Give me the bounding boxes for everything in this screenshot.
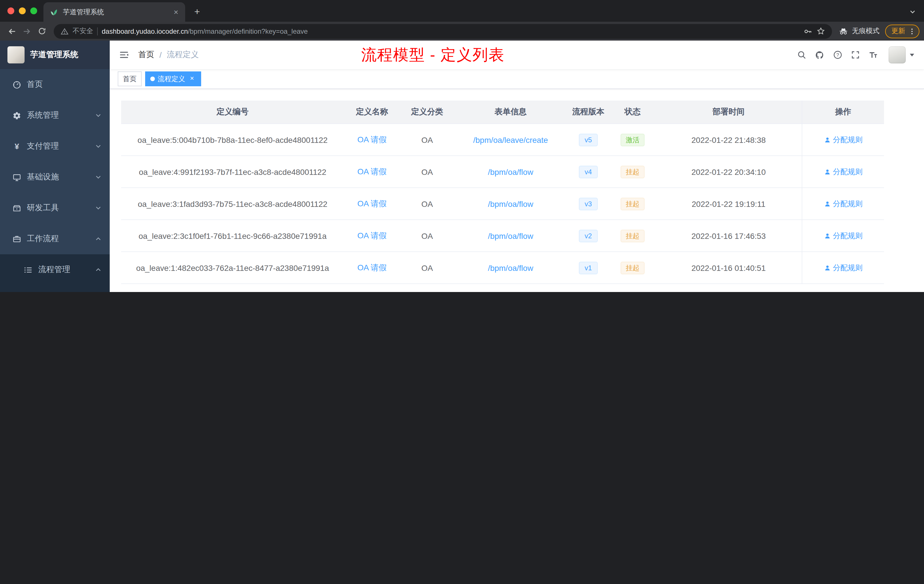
form-link[interactable]: /bpm/oa/flow [488,167,533,176]
tag-process-definition[interactable]: 流程定义 × [145,71,201,86]
address-bar[interactable]: 不安全 dashboard.yudao.iocoder.cn/bpm/manag… [54,24,832,39]
person-icon [824,264,831,271]
sidebar-item-label: 首页 [27,79,43,90]
sidebar-item-workflow[interactable]: 工作流程 [0,223,110,254]
bookmark-star-icon[interactable] [817,27,825,35]
col-deploy-time: 部署时间 [655,101,802,124]
cell-category: OA [400,188,454,219]
breadcrumb-separator: / [159,50,162,59]
assign-rule-link[interactable]: 分配规则 [824,167,863,177]
incognito-badge: 无痕模式 [837,26,885,36]
avatar[interactable] [889,46,906,63]
tag-home[interactable]: 首页 [118,71,142,86]
cell-definition-id: oa_leave:2:3c1f0ef1-76b1-11ec-9c66-a2380… [121,220,344,251]
menu-dots-icon[interactable] [908,27,916,35]
sidebar-item-home[interactable]: 首页 [0,69,110,100]
person-icon [824,232,831,239]
sidebar-item-dev-tools[interactable]: 研发工具 [0,193,110,223]
font-size-icon[interactable] [869,50,878,59]
dashboard-icon [13,80,21,89]
action-label: 分配规则 [833,167,863,177]
cell-deploy-time: 2022-01-16 17:46:53 [655,220,802,251]
form-link[interactable]: /bpm/oa/flow [488,199,533,208]
table-row: oa_leave:3:1fad3d93-7b75-11ec-a3c8-acde4… [121,188,884,220]
logo-title: 芋道管理系统 [30,50,78,60]
help-icon[interactable]: ? [833,50,842,59]
minimize-window-button[interactable] [19,7,26,14]
cell-definition-id: oa_leave:5:004b710b-7b8a-11ec-8ef0-acde4… [121,124,344,155]
status-badge: 挂起 [620,261,645,274]
browser-tab[interactable]: 芋道管理系统 × [43,2,185,22]
definition-table: 定义编号 定义名称 定义分类 表单信息 流程版本 状态 部署时间 操作 oa_l… [121,101,884,284]
assign-rule-link[interactable]: 分配规则 [824,231,863,241]
definition-name-link[interactable]: OA 请假 [357,167,387,177]
tab-favicon [49,7,58,16]
cell-category: OA [400,252,454,284]
search-icon[interactable] [797,50,806,59]
assign-rule-link[interactable]: 分配规则 [824,199,863,209]
sidebar-item-label: 流程管理 [38,265,70,275]
definition-name-link[interactable]: OA 请假 [357,262,387,273]
tag-close-icon[interactable]: × [188,75,196,83]
assign-rule-link[interactable]: 分配规则 [824,135,863,145]
person-icon [824,168,831,175]
update-label: 更新 [891,26,905,36]
reload-button[interactable] [34,24,49,39]
action-label: 分配规则 [833,262,863,273]
svg-text:?: ? [836,52,839,58]
status-badge: 挂起 [620,165,645,178]
incognito-label: 无痕模式 [852,26,879,36]
form-link[interactable]: /bpm/oa/flow [488,231,533,240]
tab-close-icon[interactable]: × [172,7,181,16]
sidebar-item-system[interactable]: 系统管理 [0,100,110,131]
monitor-icon [13,173,21,181]
annotation-text: 流程模型 - 定义列表 [361,45,505,65]
tag-label: 流程定义 [158,74,185,84]
github-icon[interactable] [815,50,825,60]
breadcrumb: 首页 / 流程定义 [138,50,199,60]
version-badge: v4 [579,165,597,178]
tag-label: 首页 [123,74,137,84]
sidebar-item-payment[interactable]: ¥ 支付管理 [0,131,110,162]
sidebar-item-label: 工作流程 [27,234,59,244]
close-window-button[interactable] [7,7,14,14]
definition-name-link[interactable]: OA 请假 [357,199,387,209]
chevron-down-icon [95,174,102,181]
sidebar-item-process-management[interactable]: 流程管理 [0,254,110,285]
sidebar-item-infrastructure[interactable]: 基础设施 [0,162,110,193]
back-button[interactable] [5,24,20,39]
action-label: 分配规则 [833,231,863,241]
toolbox-icon [13,204,21,212]
cell-deploy-time: 2022-01-22 19:19:11 [655,188,802,219]
forward-button[interactable] [20,24,34,39]
table-row: oa_leave:5:004b710b-7b8a-11ec-8ef0-acde4… [121,124,884,156]
fullscreen-icon[interactable] [851,50,860,59]
person-icon [824,200,831,207]
cell-definition-id: oa_leave:1:482ec033-762a-11ec-8477-a2380… [121,252,344,284]
user-menu[interactable] [889,46,915,63]
definition-name-link[interactable]: OA 请假 [357,231,387,241]
maximize-window-button[interactable] [30,7,37,14]
chevron-down-icon [95,205,102,211]
table-header-row: 定义编号 定义名称 定义分类 表单信息 流程版本 状态 部署时间 操作 [121,101,884,124]
definition-name-link[interactable]: OA 请假 [357,135,387,145]
person-icon [824,136,831,143]
breadcrumb-home[interactable]: 首页 [138,50,154,60]
update-chip[interactable]: 更新 [885,24,919,38]
tab-search-chevron-icon[interactable] [909,8,916,15]
action-label: 分配规则 [833,199,863,209]
new-tab-button[interactable]: + [190,5,205,20]
col-version: 流程版本 [567,101,610,124]
cell-deploy-time: 2022-01-22 21:48:38 [655,124,802,155]
hamburger-icon[interactable] [119,50,129,60]
tags-view: 首页 流程定义 × [110,69,924,89]
assign-rule-link[interactable]: 分配规则 [824,262,863,273]
cell-deploy-time: 2022-01-22 20:34:10 [655,156,802,187]
form-link[interactable]: /bpm/oa/flow [488,263,533,272]
sidebar: 芋道管理系统 首页 系统管理 ¥ 支付管理 基础设施 [0,41,110,292]
sidebar-logo[interactable]: 芋道管理系统 [0,41,110,69]
password-key-icon[interactable] [804,26,813,36]
incognito-icon [839,26,848,36]
form-link[interactable]: /bpm/oa/leave/create [473,135,548,144]
sidebar-item-process-form[interactable]: 流程表单 [0,285,110,292]
